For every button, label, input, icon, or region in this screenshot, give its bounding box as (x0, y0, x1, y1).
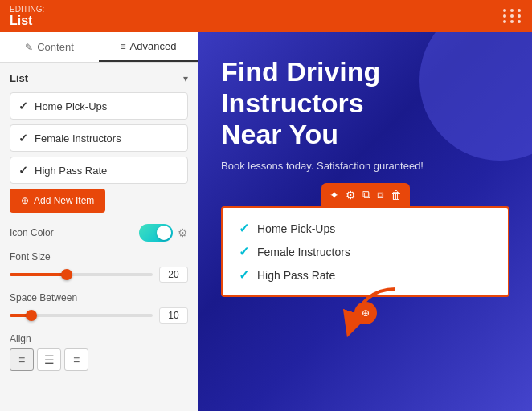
color-toggle-switch[interactable] (139, 224, 173, 242)
space-between-track[interactable] (10, 314, 153, 317)
editing-title: List (10, 14, 44, 28)
headline-text: Find DrivingInstructorsNear You (221, 56, 509, 150)
left-panel: ✎ Content ≡ Advanced List ▾ ✓ Home Pick-… (0, 32, 198, 411)
widget-check-icon-3: ✓ (239, 267, 249, 283)
right-panel: Find DrivingInstructorsNear You Book les… (198, 32, 532, 411)
font-size-track[interactable] (10, 273, 153, 276)
widget-item-label-1: Home Pick-Ups (257, 222, 335, 235)
editing-bar: EDITING: List (0, 0, 532, 32)
add-item-label: Add New Item (34, 195, 94, 206)
editing-label: EDITING: (10, 5, 44, 14)
editing-label-group: EDITING: List (10, 5, 44, 28)
color-toggle: ⚙ (139, 224, 188, 242)
list-item-label-1: Home Pick-Ups (35, 100, 107, 112)
toolbar-icon-duplicate[interactable]: ⧈ (377, 188, 384, 201)
font-size-value[interactable]: 20 (159, 267, 188, 283)
check-icon-3: ✓ (18, 164, 28, 177)
space-between-value[interactable]: 10 (159, 307, 188, 324)
list-item[interactable]: ✓ High Pass Rate (10, 157, 188, 184)
add-item-button[interactable]: ⊕ Add New Item (10, 189, 105, 213)
align-center-button[interactable]: ☰ (37, 348, 61, 371)
widget-item-label-3: High Pass Rate (257, 269, 335, 282)
toolbar-icon-gear[interactable]: ⚙ (346, 189, 356, 201)
bottom-anchor-dot[interactable]: ⊕ (354, 302, 377, 324)
font-size-slider-row: 20 (10, 267, 188, 283)
list-item-label-3: High Pass Rate (35, 165, 107, 177)
align-left-button[interactable]: ≡ (10, 348, 34, 371)
align-buttons: ≡ ☰ ≡ (10, 348, 188, 371)
advanced-icon: ≡ (121, 41, 126, 52)
tab-advanced[interactable]: ≡ Advanced (99, 32, 198, 62)
main-area: ✎ Content ≡ Advanced List ▾ ✓ Home Pick-… (0, 32, 532, 411)
list-item[interactable]: ✓ Home Pick-Ups (10, 92, 188, 120)
space-between-label: Space Between (10, 292, 188, 303)
list-widget[interactable]: ✓ Home Pick-Ups ✓ Female Instructors ✓ H… (221, 206, 509, 297)
widget-check-icon-2: ✓ (239, 244, 249, 259)
content-icon: ✎ (25, 42, 33, 53)
list-item-label-2: Female Instructors (35, 132, 121, 144)
widget-item-label-2: Female Instructors (257, 246, 350, 258)
anchor-icon: ⊕ (362, 307, 370, 319)
toolbar-icon-delete[interactable]: 🗑 (391, 189, 402, 201)
panel-content: List ▾ ✓ Home Pick-Ups ✓ Female Instruct… (0, 63, 198, 411)
tab-content[interactable]: ✎ Content (0, 32, 99, 62)
toolbar-icon-copy[interactable]: ⧉ (362, 188, 370, 201)
tab-content-label: Content (37, 41, 74, 53)
section-title: List (10, 72, 28, 84)
list-items-container: ✓ Home Pick-Ups ✓ Female Instructors ✓ H… (10, 92, 188, 184)
toggle-knob (157, 226, 171, 240)
icon-color-row: Icon Color ⚙ (10, 224, 188, 242)
widget-item-3: ✓ High Pass Rate (239, 267, 492, 283)
float-toolbar: ✦ ⚙ ⧉ ⧈ 🗑 (321, 183, 410, 206)
space-between-thumb[interactable] (26, 310, 37, 321)
gear-icon[interactable]: ⚙ (178, 226, 188, 239)
section-collapse-icon[interactable]: ▾ (183, 73, 188, 84)
check-icon-1: ✓ (18, 100, 28, 112)
widget-check-icon-1: ✓ (239, 221, 249, 236)
icon-color-label: Icon Color (10, 227, 54, 238)
subtitle-text: Book lessons today. Satisfaction gurante… (221, 160, 509, 172)
space-between-slider-row: 10 (10, 307, 188, 324)
font-size-label: Font Size (10, 251, 188, 262)
add-icon: ⊕ (21, 195, 29, 206)
widget-item-2: ✓ Female Instructors (239, 244, 492, 259)
list-item[interactable]: ✓ Female Instructors (10, 124, 188, 152)
font-size-fill (10, 273, 67, 276)
dots-grid-icon[interactable] (503, 9, 522, 23)
tabs-bar: ✎ Content ≡ Advanced (0, 32, 198, 63)
widget-item-1: ✓ Home Pick-Ups (239, 221, 492, 236)
font-size-thumb[interactable] (61, 269, 72, 280)
tab-advanced-label: Advanced (130, 40, 177, 52)
align-right-button[interactable]: ≡ (64, 348, 88, 371)
toolbar-icon-star[interactable]: ✦ (329, 189, 339, 201)
section-header: List ▾ (10, 72, 188, 84)
align-label: Align (10, 333, 188, 344)
check-icon-2: ✓ (18, 132, 28, 144)
